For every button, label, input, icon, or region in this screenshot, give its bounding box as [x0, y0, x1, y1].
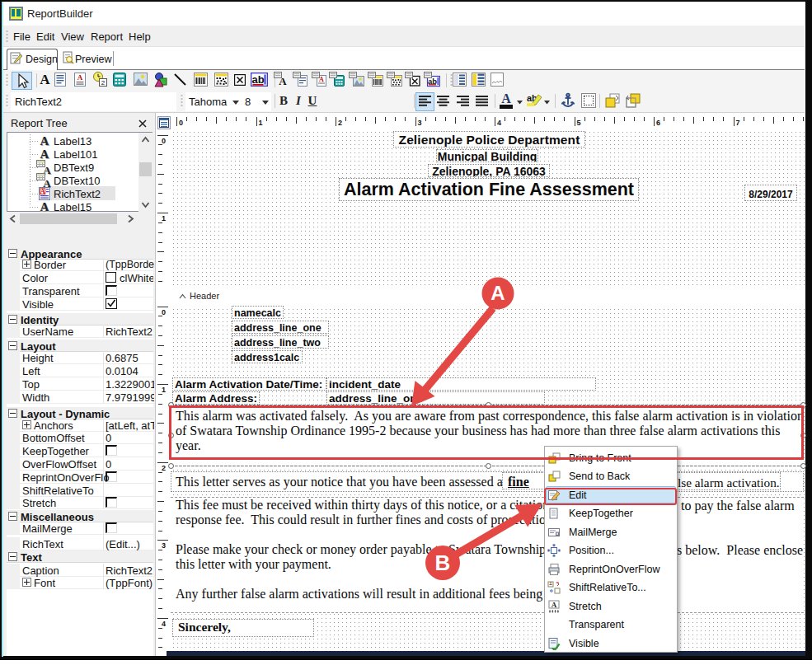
- svg-text:A: A: [490, 282, 505, 304]
- svg-text:B: B: [435, 550, 451, 575]
